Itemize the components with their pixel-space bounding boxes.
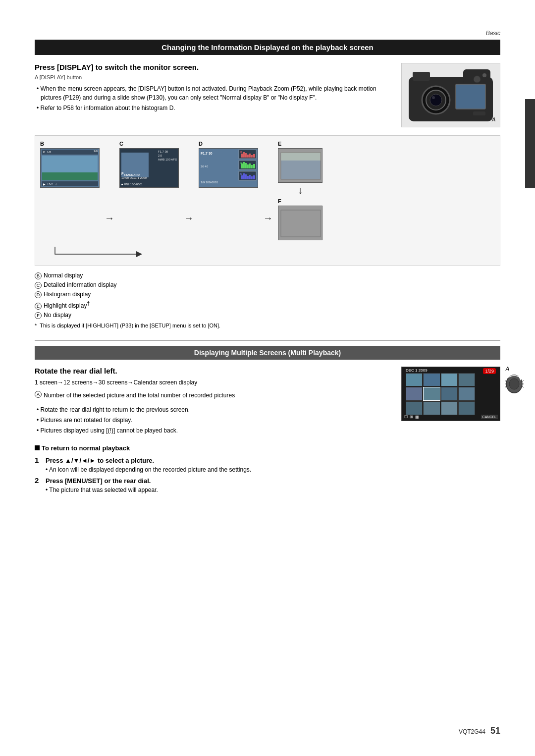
screen-e-item: E: [278, 141, 322, 183]
multi-count-badge: 1/29: [483, 368, 496, 374]
screens-diagram-container: B P1/6 ▶PLY☆ 1/9: [35, 135, 500, 266]
screen-c-item: C F1.7 30 2.0 AWB 100 AFS PSTANDARD 10:0…: [119, 141, 179, 188]
multi-date-text: DEC 1 2009: [406, 368, 428, 373]
step2-number: 2: [35, 476, 43, 485]
thumb-5: [406, 387, 423, 401]
svg-rect-24: [243, 162, 245, 168]
screen-b-label: B: [40, 141, 44, 147]
diagram-row-top: B P1/6 ▶PLY☆ 1/9: [40, 141, 495, 240]
svg-line-50: [522, 380, 524, 381]
screen-f-label: F: [278, 198, 281, 204]
screen-d-item: D R: [199, 141, 258, 188]
multi-screen-wrapper: DEC 1 2009: [401, 367, 500, 421]
ef-column: E ↓ F: [278, 141, 322, 240]
black-square-icon: [35, 445, 40, 450]
svg-rect-10: [473, 111, 485, 115]
legend-item-d: D Histogram display: [35, 290, 500, 299]
svg-point-8: [474, 76, 481, 83]
normal-playback-heading: To return to normal playback: [42, 444, 130, 452]
thumb-12: [458, 401, 475, 415]
page-footer: VQT2G44 51: [459, 726, 500, 736]
top-left-content: Press [DISPLAY] to switch the monitor sc…: [35, 63, 391, 127]
thumb-3: [441, 373, 458, 387]
rear-dial-icon-area: [504, 372, 524, 398]
separator-line: [35, 340, 500, 341]
screen-b-item: B P1/6 ▶PLY☆ 1/9: [40, 141, 100, 188]
svg-line-52: [522, 386, 524, 387]
svg-text:F1.7  30: F1.7 30: [201, 152, 213, 155]
multi-thumbnail-grid: [406, 373, 475, 415]
thumb-9: [406, 401, 423, 415]
screen-d-label: D: [199, 141, 203, 147]
thumb-2: [423, 373, 440, 387]
svg-line-47: [505, 380, 506, 381]
display-button-label: A [DISPLAY] button: [35, 74, 391, 80]
bullet1-text: • When the menu screen appears, the [DIS…: [35, 84, 391, 102]
svg-line-49: [505, 386, 506, 387]
page-category-label: Basic: [35, 30, 500, 37]
circle-a-indicator: A: [506, 366, 509, 372]
section2-header: Displaying Multiple Screens (Multi Playb…: [35, 346, 500, 360]
svg-rect-37: [251, 176, 253, 179]
step2-bullet: • The picture that was selected will app…: [35, 486, 500, 493]
arrow-d-to-e: →: [261, 198, 275, 238]
step2-row: 2 Press [MENU/SET] or the rear dial.: [35, 476, 500, 485]
thumb-8: [458, 387, 475, 401]
top-section: Press [DISPLAY] to switch the monitor sc…: [35, 63, 500, 127]
svg-rect-32: [241, 175, 243, 179]
rotate-right-content: DEC 1 2009: [401, 367, 500, 436]
rear-dial-svg: [504, 372, 524, 396]
page-number: 51: [490, 726, 500, 736]
step1-bullet: • An icon will be displayed depending on…: [35, 466, 500, 473]
svg-point-5: [430, 94, 442, 106]
svg-rect-36: [249, 175, 251, 179]
svg-point-6: [432, 96, 435, 99]
cycle-arrow-area: [40, 244, 495, 261]
thumb-11: [441, 401, 458, 415]
rotate-bullet-3: • Pictures displayed using [(!)] cannot …: [35, 426, 391, 435]
legend-footnote: * This is displayed if [HIGHLIGHT] (P33)…: [35, 322, 500, 330]
svg-text:B: B: [240, 172, 242, 175]
legend-item-c: C Detailed information display: [35, 280, 500, 290]
screen-e: [278, 148, 322, 183]
svg-rect-25: [245, 163, 247, 168]
legend-item-e: E Highlight display†: [35, 300, 500, 311]
normal-playback-section: To return to normal playback 1 Press ▲/▼…: [35, 444, 500, 493]
normal-playback-heading-row: To return to normal playback: [35, 444, 500, 452]
footer-code: VQT2G44: [459, 728, 485, 735]
arrow-e-to-f: ↓: [298, 185, 303, 196]
rotate-left-content: Rotate the rear dial left. 1 screen→12 s…: [35, 367, 391, 436]
svg-text:R: R: [240, 151, 242, 154]
svg-rect-33: [243, 173, 245, 179]
svg-rect-29: [253, 164, 255, 168]
rotate-bullets: • Rotate the rear dial right to return t…: [35, 405, 391, 435]
svg-text:20 40: 20 40: [201, 165, 209, 168]
svg-rect-26: [247, 164, 249, 168]
svg-rect-15: [243, 152, 245, 158]
svg-rect-23: [241, 163, 243, 168]
screen-d: R G: [199, 148, 258, 188]
page-container: Basic Changing the Information Displayed…: [0, 0, 535, 756]
screen-f-item: F: [278, 198, 322, 240]
right-tab-decoration: [525, 99, 535, 188]
svg-point-9: [482, 73, 486, 77]
rotate-body: 1 screen→12 screens→30 screens→Calendar …: [35, 378, 391, 387]
screen-b: P1/6 ▶PLY☆ 1/9: [40, 148, 100, 188]
svg-rect-28: [251, 165, 253, 168]
step2-heading: Press [MENU/SET] or the rear dial.: [46, 477, 151, 485]
svg-rect-34: [245, 174, 247, 179]
step1-number: 1: [35, 456, 43, 464]
cycle-arrow-svg: [50, 244, 149, 259]
screen-c-label: C: [119, 141, 123, 147]
svg-text:1/9   100-0001: 1/9 100-0001: [201, 181, 218, 184]
multi-screen-display: DEC 1 2009: [401, 367, 500, 421]
bullet2-text: • Refer to P58 for information about the…: [35, 104, 391, 112]
screen-f: [278, 206, 322, 240]
step1-heading: Press ▲/▼/◄/► to select a picture.: [46, 457, 154, 464]
thumb-10: [423, 401, 440, 415]
svg-rect-44: [281, 210, 321, 237]
svg-rect-19: [251, 155, 253, 158]
legend-item-b: B Normal display: [35, 271, 500, 280]
camera-image-area: A: [401, 63, 500, 127]
svg-rect-38: [253, 175, 255, 179]
